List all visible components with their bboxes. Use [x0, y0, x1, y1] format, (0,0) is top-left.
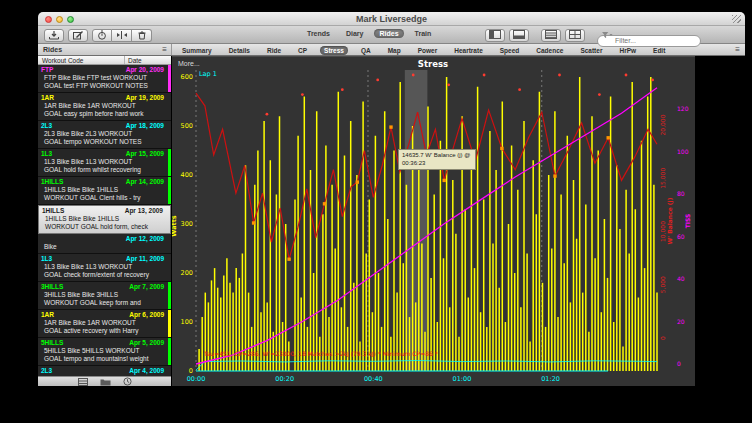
sidebar-header: Rides ≡	[38, 44, 172, 55]
grid-view-button[interactable]	[565, 29, 585, 42]
tab-summary[interactable]: Summary	[178, 46, 216, 55]
folder-icon[interactable]	[100, 378, 111, 386]
view-tab-diary[interactable]: Diary	[341, 29, 369, 38]
wbal-tick: 10,000	[659, 221, 666, 242]
tab-stress[interactable]: Stress	[320, 46, 348, 55]
ride-list-item[interactable]: 1L3Apr 11, 20091L3 Bike Bike 1L3 WORKOUT…	[38, 254, 171, 282]
list-view-button[interactable]	[541, 29, 561, 42]
ride-list-item[interactable]: 2L3Apr 4, 20092L3 Bike Bike 2L3 WORKOUTG…	[38, 366, 171, 376]
tiss-tick: 0	[677, 360, 681, 367]
tab-hrpw[interactable]: HrPw	[615, 46, 640, 55]
ride-date: Apr 13, 2009	[125, 207, 164, 215]
ride-code: 1AR	[41, 311, 54, 319]
view-tab-trends[interactable]: Trends	[302, 29, 335, 38]
tab-power[interactable]: Power	[414, 46, 442, 55]
ride-list-item[interactable]: 2L3Apr 18, 20092L3 Bike Bike 2L3 WORKOUT…	[38, 121, 171, 149]
hamburger-icon[interactable]: ≡	[162, 44, 167, 56]
match-square	[323, 202, 326, 205]
tab-cadence[interactable]: Cadence	[532, 46, 567, 55]
tiss-tick: 20	[677, 318, 685, 325]
window-title: Mark Liversedge	[38, 12, 745, 26]
tiss-axis-title: TISS	[684, 214, 691, 229]
ride-description-line: GOAL test FTP WORKOUT NOTES	[41, 82, 165, 90]
tab-heartrate[interactable]: Heartrate	[450, 46, 487, 55]
watts-tick: 500	[181, 122, 193, 130]
ride-list-item[interactable]: FTPApr 20, 2009FTP Bike Bike FTP test WO…	[38, 65, 171, 93]
wbal-tick: 15,000	[659, 168, 666, 189]
match-square	[553, 174, 556, 177]
tab-ride[interactable]: Ride	[263, 46, 285, 55]
ride-description-line: 1AR Bike Bike 1AR WORKOUT	[41, 102, 165, 110]
chart-pane: 0100200300400500600Watts05,00010,00015,0…	[172, 56, 745, 386]
clock-icon[interactable]	[123, 377, 132, 386]
tab-speed[interactable]: Speed	[496, 46, 524, 55]
ride-date: Apr 12, 2009	[126, 235, 165, 243]
compose-icon	[72, 30, 84, 40]
split-intervals-button[interactable]	[112, 29, 132, 42]
title-bar[interactable]: Mark Liversedge	[38, 12, 745, 26]
sidebar-bottom-toggle-button[interactable]	[509, 29, 529, 42]
ride-date: Apr 19, 2009	[126, 94, 165, 102]
sidebar-toggle-group	[485, 29, 529, 42]
ride-description-line: 1AR Bike Bike 1AR WORKOUT	[41, 319, 165, 327]
stopwatch-icon	[96, 30, 108, 40]
ride-code: 2L3	[41, 122, 52, 130]
tab-edit[interactable]: Edit	[649, 46, 669, 55]
more-link[interactable]: More...	[178, 60, 200, 67]
table-view-icon[interactable]	[78, 378, 88, 386]
trash-button[interactable]	[132, 29, 152, 42]
ride-list-item[interactable]: 3HILLSApr 7, 20093HILLS Bike Bike 3HILLS…	[38, 282, 171, 310]
stopwatch-button[interactable]	[92, 29, 112, 42]
stress-chart[interactable]: 0100200300400500600Watts05,00010,00015,0…	[172, 56, 695, 386]
match-square	[389, 125, 392, 128]
ride-date: Apr 6, 2009	[129, 311, 165, 319]
ride-list-item[interactable]: 1HILLSApr 14, 20091HILLS Bike Bike 1HILL…	[38, 177, 171, 205]
ride-list-item[interactable]: 1HILLSApr 13, 20091HILLS Bike Bike 1HILL…	[38, 205, 171, 234]
lap-label: Lap 1	[199, 70, 217, 78]
minimize-window-icon[interactable]	[56, 16, 63, 23]
tiss-tick: 120	[677, 105, 689, 112]
ride-list-item[interactable]: Apr 12, 2009Bike	[38, 234, 171, 254]
column-date[interactable]: Date	[125, 56, 171, 64]
download-button[interactable]	[44, 29, 64, 42]
tab-scatter[interactable]: Scatter	[576, 46, 606, 55]
resize-grip-icon[interactable]	[732, 15, 741, 23]
layout-toggle-group	[541, 29, 585, 42]
ride-list-item[interactable]: 1L3Apr 15, 20091L3 Bike Bike 1L3 WORKOUT…	[38, 149, 171, 177]
rides-sidebar: Workout Code Date FTPApr 20, 2009FTP Bik…	[38, 56, 172, 386]
ride-description-line: 1L3 Bike Bike 1L3 WORKOUT	[41, 263, 165, 271]
view-switcher: TrendsDiaryRidesTrain	[302, 29, 436, 38]
download-icon	[48, 30, 60, 40]
zoom-window-icon[interactable]	[67, 16, 74, 23]
match-dot	[412, 74, 415, 77]
ride-description-line: GOAL tempo WORKOUT NOTES	[41, 138, 165, 146]
tab-details[interactable]: Details	[225, 46, 254, 55]
watts-axis-title: Watts	[172, 215, 178, 237]
watts-tick: 100	[181, 318, 193, 326]
ride-date: Apr 5, 2009	[129, 339, 165, 347]
tabbar-menu-icon[interactable]: ≡	[735, 44, 740, 56]
tab-cp[interactable]: CP	[294, 46, 311, 55]
ride-list-item[interactable]: 1ARApr 19, 20091AR Bike Bike 1AR WORKOUT…	[38, 93, 171, 121]
color-stripe	[168, 149, 172, 176]
ride-date: Apr 7, 2009	[129, 283, 165, 291]
ride-list-item[interactable]: 5HILLSApr 5, 20095HILLS Bike 5HILLS WORK…	[38, 338, 171, 366]
hover-tooltip: 14635.7 W' Balance (j) @ 00:36:23	[398, 149, 476, 170]
filter-field-wrap	[597, 29, 701, 41]
view-tab-rides[interactable]: Rides	[374, 29, 403, 38]
ride-description-line: GOAL check form/extent of recovery	[41, 271, 165, 279]
column-workout-code[interactable]: Workout Code	[38, 56, 125, 64]
time-tick: 00:20	[275, 375, 294, 383]
compose-button[interactable]	[68, 29, 88, 42]
close-window-icon[interactable]	[45, 16, 52, 23]
ride-description-line: 1L3 Bike Bike 1L3 WORKOUT	[41, 158, 165, 166]
tab-qa[interactable]: QA	[357, 46, 375, 55]
tab-map[interactable]: Map	[384, 46, 405, 55]
list-column-headers[interactable]: Workout Code Date	[38, 56, 171, 65]
ride-code: 1HILLS	[42, 207, 64, 215]
view-tab-train[interactable]: Train	[410, 29, 437, 38]
ride-list-item[interactable]: 1ARApr 6, 20091AR Bike Bike 1AR WORKOUTG…	[38, 310, 171, 338]
ride-description-line: FTP Bike Bike FTP test WORKOUT	[41, 74, 165, 82]
sidebar-left-toggle-button[interactable]	[485, 29, 505, 42]
time-tick: 00:00	[187, 375, 206, 383]
